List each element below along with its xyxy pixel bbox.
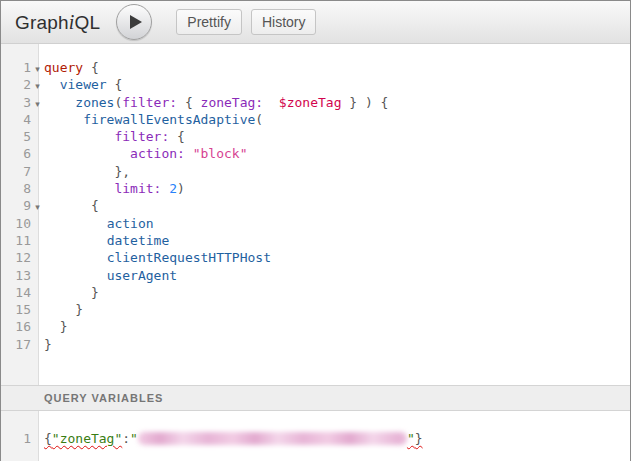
variables-code-lines: 1{"zoneTag":""} — [1, 411, 630, 447]
code-text: {"zoneTag":""} — [44, 430, 423, 447]
code-line: 1{"zoneTag":""} — [1, 430, 630, 447]
query-variables-title: QUERY VARIABLES — [44, 392, 163, 404]
prettify-button[interactable]: Prettify — [176, 9, 242, 35]
toolbar: GraphiQL Prettify History — [1, 1, 630, 44]
token-p: } — [75, 302, 83, 317]
code-text: query { — [44, 59, 99, 76]
code-text: viewer { — [44, 76, 122, 93]
graphiql-window: GraphiQL Prettify History 1▾query {2▾ vi… — [0, 0, 631, 461]
line-number: 12 — [1, 249, 31, 266]
token-p: }, — [114, 164, 130, 179]
token-a: zoneTag: — [201, 95, 264, 110]
code-text: } — [44, 318, 67, 335]
token-a: limit: — [114, 181, 161, 196]
code-text: } — [44, 336, 52, 353]
code-line: 3▾ zones(filter: { zoneTag: $zoneTag } )… — [1, 94, 630, 111]
token-a: action: — [130, 146, 185, 161]
token-ws — [44, 216, 107, 231]
graphiql-logo: GraphiQL — [15, 11, 100, 34]
token-p: { — [107, 77, 123, 92]
token-ws — [44, 319, 60, 334]
token-p: } ) { — [341, 95, 388, 110]
logo-text-graph: Graph — [15, 12, 69, 33]
token-ws — [44, 198, 91, 213]
code-text: clientRequestHTTPHost — [44, 249, 271, 266]
line-number: 16 — [1, 318, 31, 335]
token-n: 2 — [169, 181, 177, 196]
token-p: : — [122, 431, 130, 446]
token-p: ( — [255, 112, 263, 127]
code-text: { — [44, 197, 99, 214]
logo-text-ql: QL — [75, 12, 101, 33]
line-number: 10 — [1, 215, 31, 232]
variables-editor[interactable]: 1{"zoneTag":""} — [1, 411, 630, 461]
token-ws — [44, 77, 60, 92]
line-number: 2 — [1, 76, 31, 93]
code-line: 13 userAgent — [1, 267, 630, 284]
token-p: { — [91, 198, 99, 213]
query-variables-titlebar[interactable]: QUERY VARIABLES — [1, 385, 630, 411]
token-p: { — [177, 95, 200, 110]
code-line: 4 firewallEventsAdaptive( — [1, 111, 630, 128]
token-f: firewallEventsAdaptive — [83, 112, 255, 127]
code-text: } — [44, 301, 83, 318]
token-a: filter: — [114, 129, 169, 144]
line-number: 8 — [1, 180, 31, 197]
line-number: 17 — [1, 336, 31, 353]
token-ws — [185, 146, 193, 161]
execute-query-button[interactable] — [116, 4, 152, 40]
token-f: userAgent — [107, 268, 177, 283]
token-ws — [44, 112, 83, 127]
token-ws — [44, 250, 107, 265]
code-line: 8 limit: 2) — [1, 180, 630, 197]
code-text: limit: 2) — [44, 180, 185, 197]
line-number: 11 — [1, 232, 31, 249]
token-f: clientRequestHTTPHost — [107, 250, 271, 265]
redacted-zone-id — [138, 432, 407, 445]
token-v: $zoneTag — [279, 95, 342, 110]
token-p: } — [44, 337, 52, 352]
token-kw: query — [44, 60, 83, 75]
code-line: 12 clientRequestHTTPHost — [1, 249, 630, 266]
token-ws — [44, 164, 114, 179]
code-line: 7 }, — [1, 163, 630, 180]
code-text: filter: { — [44, 128, 185, 145]
code-text: action: "block" — [44, 145, 248, 162]
token-ws — [44, 95, 75, 110]
code-text: zones(filter: { zoneTag: $zoneTag } ) { — [44, 94, 388, 111]
token-p: } — [91, 285, 99, 300]
line-number: 1 — [1, 430, 31, 447]
line-number: 13 — [1, 267, 31, 284]
history-button[interactable]: History — [251, 9, 317, 35]
line-number: 15 — [1, 301, 31, 318]
code-line: 14 } — [1, 284, 630, 301]
code-line: 2▾ viewer { — [1, 76, 630, 93]
token-p: { — [83, 60, 99, 75]
token-ws — [44, 129, 114, 144]
token-j: " — [130, 431, 138, 446]
token-s: "block" — [193, 146, 248, 161]
token-ws — [44, 233, 107, 248]
query-code-lines: 1▾query {2▾ viewer {3▾ zones(filter: { z… — [1, 44, 630, 353]
line-number: 3 — [1, 94, 31, 111]
code-line: 10 action — [1, 215, 630, 232]
token-ws — [44, 146, 130, 161]
query-editor[interactable]: 1▾query {2▾ viewer {3▾ zones(filter: { z… — [1, 44, 630, 385]
token-f: action — [107, 216, 154, 231]
line-number: 5 — [1, 128, 31, 145]
token-ws — [44, 181, 114, 196]
code-line: 11 datetime — [1, 232, 630, 249]
line-number: 1 — [1, 59, 31, 76]
line-number: 6 — [1, 145, 31, 162]
code-line: 15 } — [1, 301, 630, 318]
token-f: viewer — [60, 77, 107, 92]
play-icon — [130, 15, 142, 29]
line-number: 14 — [1, 284, 31, 301]
token-f: zones — [75, 95, 114, 110]
code-text: userAgent — [44, 267, 177, 284]
code-line: 5 filter: { — [1, 128, 630, 145]
token-f: datetime — [107, 233, 170, 248]
token-j: " — [407, 431, 415, 446]
code-text: }, — [44, 163, 130, 180]
token-j: "zoneTag" — [52, 431, 122, 446]
